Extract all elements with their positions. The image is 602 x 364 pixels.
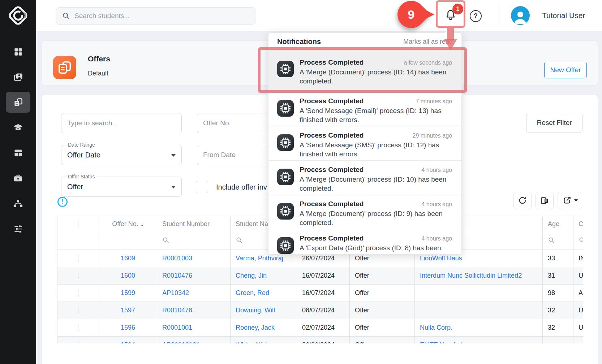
tutorial-callout-arrow-icon — [423, 9, 434, 20]
sidebar-item-education[interactable] — [0, 115, 36, 140]
global-search — [56, 7, 255, 25]
offer-no-link[interactable]: 1596 — [99, 319, 157, 337]
row-checkbox[interactable] — [78, 341, 78, 343]
notification-title: Process Completed — [300, 97, 364, 105]
offer-no-link[interactable]: 1594 — [99, 337, 157, 344]
search-icon — [162, 237, 169, 244]
student-number-link[interactable]: R0001001 — [157, 319, 231, 337]
app-logo[interactable] — [0, 0, 36, 31]
age-cell: 33 — [543, 250, 573, 267]
select-all-checkbox[interactable] — [78, 220, 78, 228]
sidebar-item-dashboard[interactable] — [0, 39, 36, 64]
help-button[interactable]: ? — [470, 10, 482, 22]
search-icon — [579, 237, 583, 244]
offer-no-link[interactable]: 1600 — [99, 267, 157, 285]
columns-button[interactable] — [536, 192, 554, 209]
column-header-age[interactable]: Age — [543, 216, 573, 232]
offer-no-link[interactable]: 1599 — [99, 285, 157, 302]
offer-no-header-label: Offer No. — [112, 220, 138, 228]
offer-status-select[interactable]: Offer Status Offer — [61, 177, 182, 197]
offer-date-cell: 16/07/2024 — [297, 267, 350, 285]
row-checkbox[interactable] — [78, 306, 78, 314]
offer-status-value: Offer — [67, 177, 83, 196]
country-cell: U — [573, 302, 584, 319]
company-link[interactable] — [415, 285, 543, 302]
notification-time: 29 minutes ago — [413, 133, 452, 139]
age-cell: 31 — [543, 267, 573, 285]
export-button[interactable] — [558, 192, 582, 209]
notification-item[interactable]: Process Completed29 minutes ago A 'Send … — [268, 126, 461, 160]
column-header-offer-no[interactable]: Offer No.↓ — [99, 216, 157, 232]
student-number-link[interactable]: AP00010121 — [157, 337, 231, 344]
refresh-icon — [518, 196, 527, 205]
student-number-link[interactable]: R0001003 — [157, 250, 231, 267]
notification-title: Process Completed — [300, 234, 364, 242]
status-cell: Offer — [350, 302, 415, 319]
status-cell: Offer — [350, 319, 415, 337]
avatar[interactable] — [511, 6, 530, 25]
refresh-button[interactable] — [513, 192, 532, 209]
table-row: 1596 R0001001 Rooney, Jack 02/07/2024 Of… — [57, 319, 584, 337]
sidebar-item-jobs[interactable] — [0, 165, 36, 191]
student-number-link[interactable]: R0010478 — [157, 302, 231, 319]
offer-date-cell: 02/07/2024 — [297, 319, 350, 337]
student-name-link[interactable]: Cheng, Jin — [231, 267, 297, 285]
process-cpu-icon — [277, 169, 294, 185]
column-header-country[interactable]: C — [573, 216, 584, 232]
page-title: Offers — [88, 55, 110, 63]
export-icon — [562, 196, 572, 205]
columns-icon — [540, 196, 549, 205]
notifications-title: Notifications — [277, 38, 321, 46]
search-students-input[interactable] — [70, 12, 255, 20]
student-name-link[interactable]: White, Nick — [231, 337, 297, 344]
company-link[interactable]: Nulla Corp. — [415, 319, 543, 337]
student-name-link[interactable]: Green, Red — [231, 285, 297, 302]
country-cell: IN — [573, 250, 584, 267]
offer-no-link[interactable]: 1597 — [99, 302, 157, 319]
row-checkbox[interactable] — [78, 272, 78, 280]
notification-message: A 'Send Message (Email)' process (ID: 13… — [300, 107, 452, 124]
age-column-filter[interactable] — [543, 232, 573, 250]
sidebar-item-settings[interactable] — [0, 216, 36, 241]
column-header-student-number[interactable]: Student Number — [157, 216, 231, 232]
date-range-select[interactable]: Date Range Offer Date — [61, 145, 182, 165]
notification-item[interactable]: Process Completed4 hours ago A 'Export D… — [268, 229, 461, 255]
sidebar-item-offers[interactable] — [0, 90, 36, 115]
logo-icon — [7, 4, 29, 27]
include-offer-checkbox[interactable] — [196, 181, 208, 193]
notification-item[interactable]: Process Completed4 hours ago A 'Merge (D… — [268, 160, 461, 195]
sidebar-item-students[interactable] — [0, 64, 36, 90]
row-checkbox[interactable] — [78, 254, 78, 262]
reset-filter-button[interactable]: Reset Filter — [526, 113, 582, 133]
offer-no-link[interactable]: 1609 — [99, 250, 157, 267]
new-offer-button[interactable]: New Offer — [544, 62, 587, 78]
briefcase-icon — [6, 168, 30, 188]
help-label: ? — [474, 12, 478, 20]
type-to-search-input[interactable] — [61, 113, 182, 133]
row-checkbox[interactable] — [78, 289, 78, 297]
row-checkbox[interactable] — [78, 324, 78, 332]
info-icon[interactable]: ! — [57, 197, 68, 207]
age-cell — [543, 337, 573, 344]
company-link[interactable]: Interdum Nunc Sollicitudin Limited2 — [415, 267, 543, 285]
user-name[interactable]: Tutorial User — [542, 0, 585, 31]
student-number-link[interactable]: AP10342 — [157, 285, 231, 302]
offer-no-column-filter[interactable] — [99, 232, 157, 250]
country-column-filter[interactable] — [573, 232, 584, 250]
search-icon — [62, 12, 70, 20]
notification-item[interactable]: Process Completed4 hours ago A 'Merge (D… — [268, 195, 461, 229]
student-name-link[interactable]: Rooney, Jack — [231, 319, 297, 337]
process-cpu-icon — [277, 203, 294, 220]
dashboard-icon — [6, 41, 30, 62]
company-link[interactable]: ELITE Non Ltd — [415, 337, 543, 344]
sidebar — [0, 0, 36, 364]
sidebar-item-workflows[interactable] — [0, 191, 36, 216]
company-link[interactable] — [415, 302, 543, 319]
student-number-link[interactable]: R0010476 — [157, 267, 231, 285]
user-icon — [512, 8, 529, 25]
sidebar-item-layout[interactable] — [0, 140, 36, 165]
student-number-column-filter[interactable] — [157, 232, 231, 250]
notification-message: A 'Send Message (SMS)' process (ID: 12) … — [300, 141, 452, 159]
notification-item[interactable]: Process Completed7 minutes ago A 'Send M… — [268, 92, 461, 126]
student-name-link[interactable]: Downing, Will — [231, 302, 297, 319]
